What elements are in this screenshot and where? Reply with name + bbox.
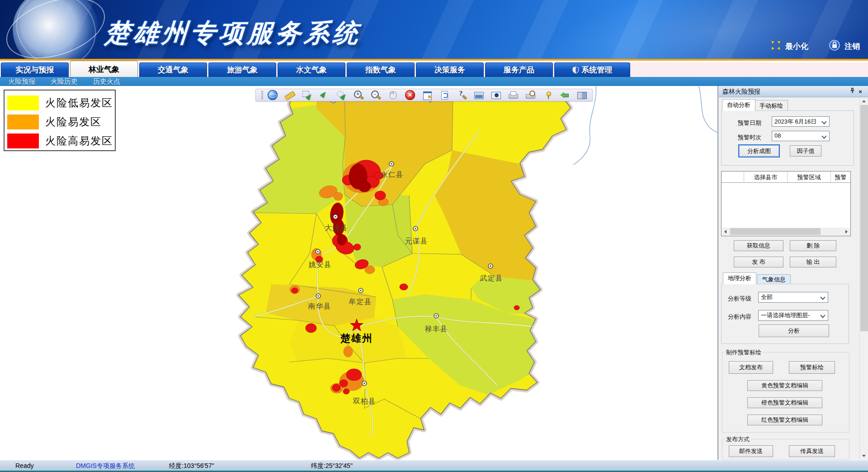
panel-scrollbar[interactable] [859, 97, 868, 460]
sub-nav: 火险预报 火险历史 历史火点 [0, 77, 868, 86]
full-extent-icon[interactable] [422, 90, 432, 100]
analyze-map-button[interactable]: 分析成图 [738, 144, 780, 157]
tab-system-management[interactable]: 系统管理 [554, 62, 630, 77]
zoom-in-icon[interactable] [354, 90, 363, 100]
close-panel-icon[interactable]: × [856, 88, 864, 96]
tab-realtime-forecast[interactable]: 实况与预报 [1, 62, 69, 77]
logout-button[interactable]: 注销 [829, 40, 860, 52]
status-ready: Ready [15, 462, 33, 469]
select-pointer-icon[interactable] [319, 90, 329, 100]
scroll-left-icon[interactable] [722, 228, 729, 235]
select-circle-icon[interactable] [336, 90, 346, 100]
status-latitude: 纬度:25°32'45" [311, 462, 353, 470]
image-export-icon[interactable] [474, 90, 484, 100]
map-label-yaoan: 姚安县 [309, 261, 332, 268]
back-arrow-icon[interactable] [560, 90, 570, 100]
table-header-warning: 预警 [831, 172, 850, 183]
publish-group-title: 发布方式 [725, 435, 751, 443]
top-banner: 楚雄州专项服务系统 最小化 注销 [0, 0, 868, 61]
globe-icon[interactable] [268, 90, 278, 100]
orange-warning-doc-button[interactable]: 橙色预警文档编辑 [747, 397, 822, 408]
map-label-prefecture: 楚雄州 [340, 333, 373, 344]
legend-swatch-medium [7, 114, 39, 129]
legend-swatch-low [7, 95, 39, 110]
map-label-dayao: 大姚县 [325, 224, 348, 232]
map-legend: 火险低易发区 火险易发区 火险高易发区 [4, 90, 116, 151]
tab-manual-plot[interactable]: 手动标绘 [755, 100, 788, 111]
warning-time-select[interactable]: 08 [772, 131, 830, 141]
scroll-right-icon[interactable] [843, 228, 850, 235]
table-header-region: 预警区域 [788, 172, 831, 183]
warn-plot-button[interactable]: 预警标绘 [789, 361, 835, 374]
warning-table[interactable]: 选择县市 预警区域 预警 [721, 171, 851, 236]
zoom-out-icon[interactable] [371, 90, 381, 100]
scroll-down-icon[interactable] [860, 452, 868, 460]
hscroll-thumb[interactable] [730, 228, 821, 235]
export-button[interactable]: 输 出 [790, 257, 836, 267]
plot-group-title: 制作预警标绘 [725, 348, 763, 357]
river-lines [573, 86, 718, 165]
doc-publish-button[interactable]: 文档发布 [729, 361, 773, 374]
map-label-shuangbai: 双柏县 [353, 397, 376, 405]
map-label-wuding: 武定县 [480, 274, 503, 282]
tab-traffic-weather[interactable]: 交通气象 [139, 62, 207, 77]
analysis-level-label: 分析等级 [728, 295, 751, 303]
analysis-level-select[interactable]: 全部 [758, 292, 828, 303]
tab-geo-analysis[interactable]: 地理分析 [723, 272, 756, 284]
tab-auto-analysis[interactable]: 自动分析 [722, 99, 755, 111]
geo-analyze-button[interactable]: 分析 [759, 324, 829, 337]
map-label-mouding: 牟定县 [349, 298, 372, 305]
minimize-button[interactable]: 最小化 [771, 40, 808, 52]
lock-icon [829, 40, 840, 52]
minimize-arrows-icon [771, 40, 781, 52]
tab-hydrology-weather[interactable]: 水文气象 [278, 62, 345, 77]
pan-hand-icon[interactable] [388, 90, 398, 100]
app-title: 楚雄州专项服务系统 [104, 16, 362, 51]
select-area-icon[interactable] [302, 90, 312, 100]
tab-decision-service[interactable]: 决策服务 [416, 62, 484, 77]
table-header-county: 选择县市 [744, 172, 788, 183]
subnav-history-firepoints[interactable]: 历史火点 [93, 77, 120, 86]
toolbar-grip[interactable] [261, 91, 263, 99]
publish-button[interactable]: 发 布 [734, 257, 783, 267]
fax-send-button[interactable]: 传真发送 [789, 445, 835, 457]
tab-weather-info[interactable]: 气象信息 [757, 274, 791, 284]
refresh-icon[interactable] [439, 90, 449, 100]
analysis-content-label: 分析内容 [728, 313, 751, 321]
red-warning-doc-button[interactable]: 红色预警文档编辑 [747, 415, 822, 425]
tab-forestry-weather[interactable]: 林业气象 [70, 61, 138, 77]
print-preview-icon[interactable] [525, 90, 535, 100]
factor-value-button[interactable]: 因子值 [790, 145, 821, 157]
overview-map-icon[interactable] [491, 90, 501, 100]
subnav-fire-history[interactable]: 火险历史 [51, 77, 78, 86]
map-label-nanhua: 南华县 [308, 302, 331, 310]
vscroll-thumb[interactable] [860, 105, 868, 331]
measure-icon[interactable] [285, 90, 295, 100]
panel-header: 森林火险预报 × [719, 86, 868, 97]
warning-date-select[interactable]: 2023年 6月16日 [772, 116, 830, 127]
table-hscrollbar[interactable] [722, 228, 850, 235]
print-icon[interactable] [508, 90, 518, 100]
pin-panel-icon[interactable] [848, 88, 856, 96]
delete-button[interactable]: 删 除 [790, 240, 836, 251]
status-bar: Ready DMGIS专项服务系统 经度:103°56'57" 纬度:25°32… [0, 460, 868, 472]
map-area[interactable]: 永仁县 元谋县 大姚县 姚安县 武定县 牟定县 南华县 禄丰县 双柏县 楚雄州 … [0, 86, 718, 460]
subnav-fire-forecast[interactable]: 火险预报 [8, 77, 35, 86]
tab-tourism-weather[interactable]: 旅游气象 [208, 62, 276, 77]
globe-logo [13, 0, 99, 61]
table-header-checkbox [722, 172, 744, 183]
warning-date-label: 预警日期 [738, 119, 761, 127]
yellow-warning-doc-button[interactable]: 黄色预警文档编辑 [747, 380, 822, 391]
tab-index-weather[interactable]: 指数气象 [347, 62, 415, 77]
tab-service-products[interactable]: 服务产品 [485, 62, 553, 77]
map-layers-icon[interactable] [577, 90, 587, 100]
fetch-info-button[interactable]: 获取信息 [734, 240, 783, 251]
warning-time-label: 预警时次 [738, 133, 761, 142]
email-send-button[interactable]: 邮件发送 [729, 445, 773, 457]
analysis-content-select[interactable]: 一请选择地理图层- [758, 310, 828, 321]
scroll-up-icon[interactable] [860, 97, 868, 105]
main-nav: 实况与预报 林业气象 交通气象 旅游气象 水文气象 指数气象 决策服务 服务产品… [0, 62, 868, 77]
stop-icon[interactable] [405, 90, 415, 100]
identify-icon[interactable] [457, 90, 467, 100]
pin-icon[interactable] [542, 90, 552, 100]
